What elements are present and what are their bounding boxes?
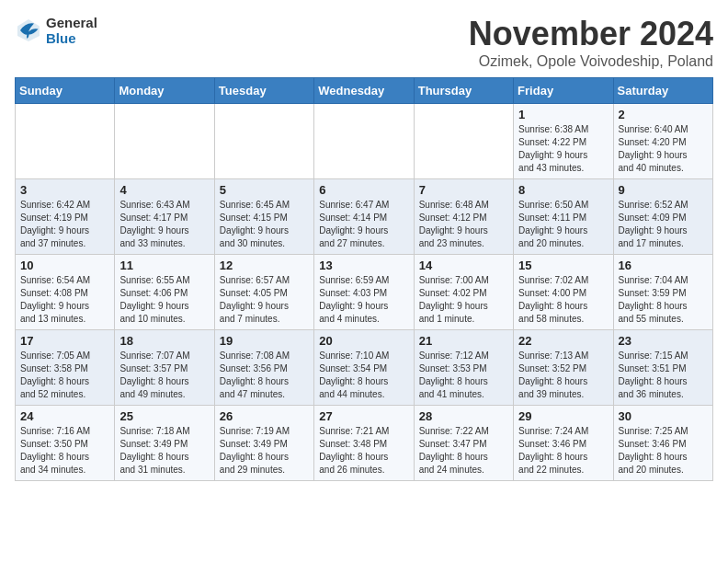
day-info: Sunrise: 7:08 AM Sunset: 3:56 PM Dayligh… [220,350,309,401]
weekday-friday: Friday [514,78,613,104]
day-number: 1 [518,108,608,121]
calendar-cell [16,104,115,179]
calendar-cell: 14Sunrise: 7:00 AM Sunset: 4:02 PM Dayli… [414,255,513,330]
calendar-cell: 27Sunrise: 7:21 AM Sunset: 3:48 PM Dayli… [314,406,414,481]
calendar-cell: 23Sunrise: 7:15 AM Sunset: 3:51 PM Dayli… [613,330,712,406]
weekday-wednesday: Wednesday [314,78,414,104]
calendar-cell: 22Sunrise: 7:13 AM Sunset: 3:52 PM Dayli… [514,330,613,406]
day-info: Sunrise: 6:57 AM Sunset: 4:05 PM Dayligh… [220,274,309,326]
calendar-cell: 25Sunrise: 7:18 AM Sunset: 3:49 PM Dayli… [115,406,214,481]
calendar-cell: 8Sunrise: 6:50 AM Sunset: 4:11 PM Daylig… [514,179,613,255]
weekday-monday: Monday [115,78,214,104]
weekday-header-row: SundayMondayTuesdayWednesdayThursdayFrid… [16,78,713,104]
day-info: Sunrise: 6:48 AM Sunset: 4:12 PM Dayligh… [419,199,508,250]
day-info: Sunrise: 6:52 AM Sunset: 4:09 PM Dayligh… [619,199,708,250]
calendar-cell: 9Sunrise: 6:52 AM Sunset: 4:09 PM Daylig… [613,179,712,255]
calendar-cell: 18Sunrise: 7:07 AM Sunset: 3:57 PM Dayli… [115,330,214,406]
day-info: Sunrise: 6:47 AM Sunset: 4:14 PM Dayligh… [319,199,408,250]
calendar-cell: 5Sunrise: 6:45 AM Sunset: 4:15 PM Daylig… [214,179,313,255]
weekday-saturday: Saturday [613,78,712,104]
day-number: 19 [220,334,309,348]
calendar-cell: 19Sunrise: 7:08 AM Sunset: 3:56 PM Dayli… [214,330,313,406]
day-info: Sunrise: 6:59 AM Sunset: 4:03 PM Dayligh… [319,274,408,326]
day-info: Sunrise: 6:55 AM Sunset: 4:06 PM Dayligh… [119,274,209,326]
weekday-thursday: Thursday [414,78,513,104]
calendar-cell: 10Sunrise: 6:54 AM Sunset: 4:08 PM Dayli… [16,255,115,330]
calendar-cell: 13Sunrise: 6:59 AM Sunset: 4:03 PM Dayli… [314,255,414,330]
calendar-cell: 30Sunrise: 7:25 AM Sunset: 3:46 PM Dayli… [613,406,712,481]
logo: General Blue [15,15,97,46]
calendar-cell: 1Sunrise: 6:38 AM Sunset: 4:22 PM Daylig… [514,104,613,179]
logo-icon [15,17,42,44]
day-info: Sunrise: 7:15 AM Sunset: 3:51 PM Dayligh… [619,350,708,401]
day-info: Sunrise: 7:18 AM Sunset: 3:49 PM Dayligh… [119,425,209,477]
day-number: 17 [20,334,109,348]
day-number: 10 [20,259,109,272]
day-number: 22 [518,334,608,348]
day-number: 9 [619,183,708,197]
calendar-week-1: 1Sunrise: 6:38 AM Sunset: 4:22 PM Daylig… [16,104,713,179]
day-info: Sunrise: 6:54 AM Sunset: 4:08 PM Dayligh… [20,274,109,326]
day-number: 14 [419,259,508,272]
day-number: 25 [119,409,209,423]
day-number: 24 [20,409,109,423]
calendar-cell: 11Sunrise: 6:55 AM Sunset: 4:06 PM Dayli… [115,255,214,330]
day-info: Sunrise: 7:07 AM Sunset: 3:57 PM Dayligh… [119,350,209,401]
calendar-cell: 7Sunrise: 6:48 AM Sunset: 4:12 PM Daylig… [414,179,513,255]
day-number: 26 [220,409,309,423]
day-number: 27 [319,409,408,423]
day-number: 28 [419,409,508,423]
day-info: Sunrise: 7:12 AM Sunset: 3:53 PM Dayligh… [419,350,508,401]
day-number: 2 [619,108,708,121]
day-number: 12 [220,259,309,272]
day-info: Sunrise: 7:25 AM Sunset: 3:46 PM Dayligh… [619,425,708,477]
day-number: 21 [419,334,508,348]
day-info: Sunrise: 6:43 AM Sunset: 4:17 PM Dayligh… [119,199,209,250]
weekday-tuesday: Tuesday [214,78,313,104]
logo-text: General Blue [46,15,97,46]
day-number: 6 [319,183,408,197]
day-number: 30 [619,409,708,423]
calendar-cell [314,104,414,179]
calendar-cell: 24Sunrise: 7:16 AM Sunset: 3:50 PM Dayli… [16,406,115,481]
day-info: Sunrise: 6:42 AM Sunset: 4:19 PM Dayligh… [20,199,109,250]
day-info: Sunrise: 7:05 AM Sunset: 3:58 PM Dayligh… [20,350,109,401]
day-info: Sunrise: 7:04 AM Sunset: 3:59 PM Dayligh… [619,274,708,326]
day-number: 11 [119,259,209,272]
calendar-cell [115,104,214,179]
month-title: November 2024 [469,15,713,53]
day-info: Sunrise: 7:21 AM Sunset: 3:48 PM Dayligh… [319,425,408,477]
calendar-cell: 4Sunrise: 6:43 AM Sunset: 4:17 PM Daylig… [115,179,214,255]
calendar-table: SundayMondayTuesdayWednesdayThursdayFrid… [15,77,713,481]
day-info: Sunrise: 7:10 AM Sunset: 3:54 PM Dayligh… [319,350,408,401]
day-info: Sunrise: 7:00 AM Sunset: 4:02 PM Dayligh… [419,274,508,326]
day-info: Sunrise: 6:50 AM Sunset: 4:11 PM Dayligh… [518,199,608,250]
day-number: 23 [619,334,708,348]
page-header: General Blue November 2024 Ozimek, Opole… [15,15,713,70]
day-info: Sunrise: 7:13 AM Sunset: 3:52 PM Dayligh… [518,350,608,401]
day-number: 3 [20,183,109,197]
calendar-week-3: 10Sunrise: 6:54 AM Sunset: 4:08 PM Dayli… [16,255,713,330]
day-info: Sunrise: 6:38 AM Sunset: 4:22 PM Dayligh… [518,123,608,175]
calendar-cell: 26Sunrise: 7:19 AM Sunset: 3:49 PM Dayli… [214,406,313,481]
day-number: 8 [518,183,608,197]
day-number: 18 [119,334,209,348]
calendar-cell: 20Sunrise: 7:10 AM Sunset: 3:54 PM Dayli… [314,330,414,406]
calendar-cell: 17Sunrise: 7:05 AM Sunset: 3:58 PM Dayli… [16,330,115,406]
day-number: 15 [518,259,608,272]
day-info: Sunrise: 7:02 AM Sunset: 4:00 PM Dayligh… [518,274,608,326]
day-number: 7 [419,183,508,197]
weekday-sunday: Sunday [16,78,115,104]
calendar-cell: 16Sunrise: 7:04 AM Sunset: 3:59 PM Dayli… [613,255,712,330]
day-number: 20 [319,334,408,348]
day-info: Sunrise: 6:45 AM Sunset: 4:15 PM Dayligh… [220,199,309,250]
calendar-body: 1Sunrise: 6:38 AM Sunset: 4:22 PM Daylig… [16,104,713,481]
calendar-cell: 29Sunrise: 7:24 AM Sunset: 3:46 PM Dayli… [514,406,613,481]
calendar-cell: 28Sunrise: 7:22 AM Sunset: 3:47 PM Dayli… [414,406,513,481]
calendar-cell: 15Sunrise: 7:02 AM Sunset: 4:00 PM Dayli… [514,255,613,330]
day-info: Sunrise: 7:24 AM Sunset: 3:46 PM Dayligh… [518,425,608,477]
calendar-week-2: 3Sunrise: 6:42 AM Sunset: 4:19 PM Daylig… [16,179,713,255]
day-number: 13 [319,259,408,272]
calendar-cell: 12Sunrise: 6:57 AM Sunset: 4:05 PM Dayli… [214,255,313,330]
calendar-cell [214,104,313,179]
